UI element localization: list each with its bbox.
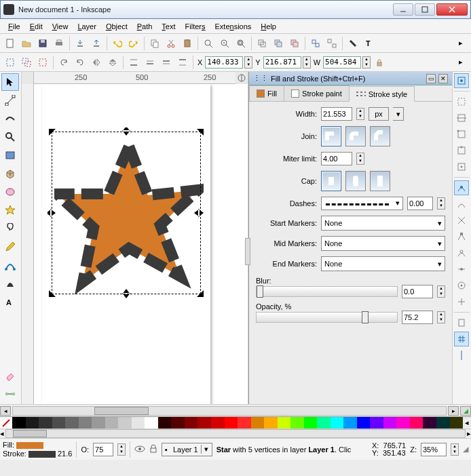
stroke-swatch[interactable] bbox=[29, 451, 56, 458]
ruler-horizontal[interactable]: 250 500 250 bbox=[34, 72, 236, 84]
snap-center-icon[interactable] bbox=[454, 278, 469, 293]
menu-file[interactable]: File bbox=[4, 21, 24, 32]
guides-toggle-icon[interactable] bbox=[236, 72, 248, 84]
ruler-vertical[interactable] bbox=[22, 84, 34, 404]
rect-tool[interactable] bbox=[1, 146, 19, 164]
palette-swatch[interactable] bbox=[225, 417, 238, 429]
snap-midpoint-icon[interactable] bbox=[454, 262, 469, 277]
status-opacity-input[interactable] bbox=[93, 443, 113, 456]
opacity-input[interactable] bbox=[402, 311, 433, 324]
width-input[interactable] bbox=[321, 107, 352, 121]
palette-swatch[interactable] bbox=[383, 417, 397, 429]
palette-swatch[interactable] bbox=[450, 417, 464, 429]
close-button[interactable] bbox=[436, 3, 468, 16]
snap-cusp-icon[interactable] bbox=[454, 229, 469, 244]
bezier-tool[interactable] bbox=[1, 256, 19, 274]
duplicate-icon[interactable] bbox=[255, 36, 269, 51]
menu-layer[interactable]: Layer bbox=[73, 21, 100, 32]
rotate-ccw-icon[interactable] bbox=[56, 55, 71, 70]
palette-swatch[interactable] bbox=[357, 417, 371, 429]
minimize-button[interactable] bbox=[393, 3, 413, 16]
palette-swatch[interactable] bbox=[304, 417, 318, 429]
new-icon[interactable] bbox=[3, 36, 18, 51]
palette-swatch[interactable] bbox=[264, 417, 278, 429]
palette-swatch[interactable] bbox=[290, 417, 304, 429]
snap-bbox-center-icon[interactable] bbox=[454, 159, 469, 174]
join-round-button[interactable] bbox=[345, 126, 366, 146]
miter-spinner[interactable]: ▲▼ bbox=[356, 153, 364, 165]
tab-fill[interactable]: Fill bbox=[249, 85, 284, 101]
calligraphy-tool[interactable] bbox=[1, 275, 19, 292]
join-bevel-button[interactable] bbox=[370, 126, 390, 146]
tweak-tool[interactable] bbox=[1, 110, 19, 127]
hscroll-right[interactable]: ▸ bbox=[448, 406, 459, 416]
raise-icon[interactable] bbox=[159, 55, 174, 70]
fillstroke-dlg-icon[interactable] bbox=[345, 36, 360, 51]
spiral-tool[interactable] bbox=[1, 220, 19, 237]
zoom-page-icon[interactable] bbox=[233, 36, 248, 51]
lock-layer-icon[interactable] bbox=[149, 444, 157, 455]
text-tool[interactable]: A bbox=[1, 293, 19, 311]
palette-scroll[interactable]: ◂ ▸ bbox=[0, 429, 471, 438]
snap-bbox-edge-icon[interactable] bbox=[454, 111, 469, 125]
opacity-slider[interactable] bbox=[256, 312, 398, 323]
menu-object[interactable]: Object bbox=[102, 21, 132, 32]
pencil-tool[interactable] bbox=[1, 238, 19, 256]
x-input[interactable] bbox=[205, 56, 243, 68]
cap-round-button[interactable] bbox=[345, 171, 366, 191]
palette-swatch[interactable] bbox=[132, 417, 145, 429]
zoom-input[interactable] bbox=[421, 443, 447, 456]
zoom-drawing-icon[interactable] bbox=[217, 36, 232, 51]
flip-h-icon[interactable] bbox=[89, 55, 104, 70]
lower-bottom-icon[interactable] bbox=[126, 55, 141, 70]
palette-swatch[interactable] bbox=[26, 417, 39, 429]
palette-swatch[interactable] bbox=[396, 417, 410, 429]
ellipse-tool[interactable] bbox=[1, 183, 19, 201]
palette-swatch[interactable] bbox=[158, 417, 172, 429]
snap-enable-icon[interactable] bbox=[454, 73, 469, 88]
palette-swatch[interactable] bbox=[185, 417, 198, 429]
palette-swatch[interactable] bbox=[12, 417, 26, 429]
resize-grip-icon[interactable]: ◢ bbox=[463, 445, 468, 454]
snap-nodes-icon[interactable] bbox=[454, 180, 469, 195]
palette-swatch[interactable] bbox=[331, 417, 344, 429]
palette-swatch[interactable] bbox=[278, 417, 291, 429]
import-icon[interactable] bbox=[73, 36, 88, 51]
w-spinner[interactable]: ▲▼ bbox=[362, 56, 371, 68]
palette-swatch[interactable] bbox=[251, 417, 265, 429]
no-color-swatch[interactable] bbox=[0, 417, 12, 429]
hscroll-left[interactable]: ◂ bbox=[0, 406, 11, 416]
layer-select[interactable]: ▪Layer 1▾ bbox=[162, 443, 212, 456]
join-miter-button[interactable] bbox=[321, 126, 341, 146]
palette-swatch[interactable] bbox=[92, 417, 105, 429]
palette-swatch[interactable] bbox=[105, 417, 119, 429]
text-dlg-icon[interactable]: T bbox=[362, 36, 377, 51]
mid-markers-select[interactable]: None bbox=[321, 236, 445, 251]
eraser-tool[interactable] bbox=[1, 367, 19, 384]
select-all-layers-icon[interactable] bbox=[19, 55, 34, 70]
blur-spinner[interactable]: ▲▼ bbox=[437, 285, 445, 298]
toolcontrols-overflow-icon[interactable]: ▸ bbox=[453, 55, 468, 70]
cap-butt-button[interactable] bbox=[321, 171, 341, 191]
group-icon[interactable] bbox=[308, 36, 323, 51]
open-icon[interactable] bbox=[19, 36, 34, 51]
tab-stroke-paint[interactable]: Stroke paint bbox=[284, 85, 350, 101]
palette-swatch[interactable] bbox=[79, 417, 92, 429]
zoom-spinner[interactable]: ▲▼ bbox=[451, 443, 459, 456]
tab-stroke-style[interactable]: Stroke style bbox=[349, 86, 415, 102]
start-markers-select[interactable]: None bbox=[321, 216, 445, 231]
unit-dropdown[interactable]: ▾ bbox=[393, 107, 404, 121]
deselect-icon[interactable] bbox=[35, 55, 50, 70]
snap-path-icon[interactable] bbox=[454, 197, 469, 212]
dash-pattern-select[interactable]: ▾ bbox=[321, 197, 403, 210]
opacity-spinner[interactable]: ▲▼ bbox=[437, 311, 445, 323]
connector-tool[interactable] bbox=[1, 385, 19, 403]
canvas-hscroll[interactable]: ◂ ▸ ◢ bbox=[0, 404, 471, 416]
lower-icon[interactable] bbox=[143, 55, 157, 70]
panel-close-icon[interactable]: ✕ bbox=[438, 74, 448, 83]
blur-slider[interactable] bbox=[256, 286, 398, 297]
y-spinner[interactable]: ▲▼ bbox=[303, 56, 311, 68]
ungroup-icon[interactable] bbox=[324, 36, 339, 51]
selector-tool[interactable] bbox=[1, 73, 19, 91]
menu-help[interactable]: Help bbox=[257, 21, 280, 32]
